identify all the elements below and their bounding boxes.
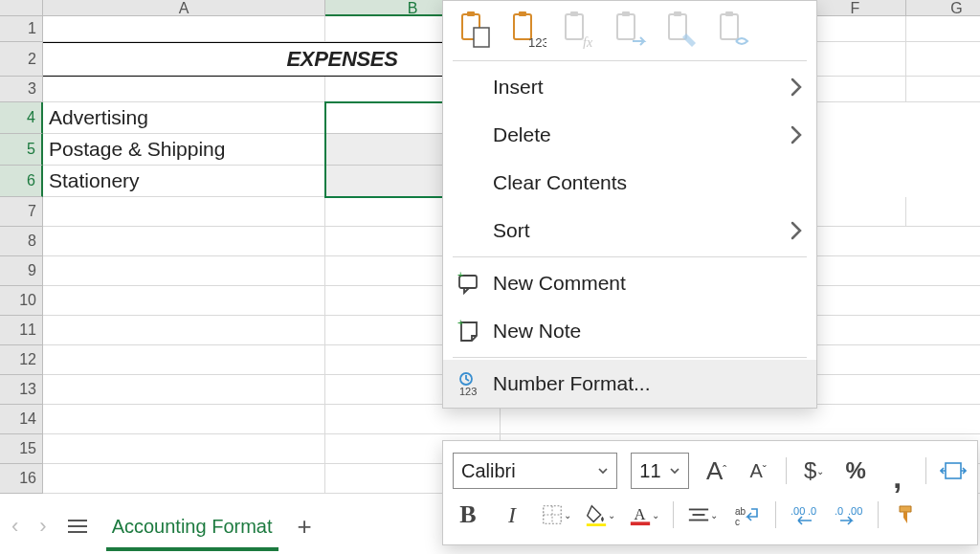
cell-A10[interactable] [43,286,325,316]
sheet-nav-prev[interactable]: ‹ [11,514,18,539]
paste-values-icon[interactable]: 123 [508,9,548,51]
row-header-5[interactable]: 5 [0,134,43,166]
autofit-button[interactable] [939,455,968,486]
svg-rect-4 [519,11,526,16]
cell-A4[interactable]: Advertising [43,102,325,134]
paste-transpose-icon[interactable] [612,9,652,51]
row-header-3[interactable]: 3 [0,77,43,102]
font-size-select[interactable]: 11 [631,453,689,489]
chevron-right-icon [790,77,803,98]
menu-label: Sort [493,219,530,242]
cell-A6[interactable]: Stationery [43,166,325,197]
row14-rest[interactable] [501,405,980,434]
currency-button[interactable]: $⌄ [800,455,829,486]
percent-button[interactable]: % [841,455,870,486]
paste-link-icon[interactable] [715,9,755,51]
menu-item-delete[interactable]: Delete [443,111,816,159]
cell-A12[interactable] [43,345,325,375]
col-header-G[interactable]: G [906,0,980,16]
menu-label: Insert [493,76,544,99]
app-stage: A B F G 1 2 3 4 5 6 7 8 9 10 11 12 13 14… [0,0,980,554]
menu-item-insert[interactable]: Insert [443,63,816,111]
cell-F2[interactable] [805,42,906,77]
separator [925,457,926,484]
font-family-select[interactable]: Calibri [453,453,617,489]
cell-G2[interactable] [906,42,980,77]
menu-separator [453,357,807,358]
menu-item-clear-contents[interactable]: Clear Contents [443,159,816,207]
row-header-13[interactable]: 13 [0,375,43,405]
col-header-A[interactable]: A [43,0,325,16]
row-header-15[interactable]: 15 [0,434,43,464]
cell-G7[interactable] [906,197,980,227]
svg-rect-7 [570,11,578,16]
font-size-value: 11 [639,460,660,482]
menu-item-sort[interactable]: Sort [443,207,816,255]
caret-down-icon: ˇ [763,464,767,477]
cell-A3[interactable] [43,77,325,102]
chevron-down-icon [669,465,680,476]
col-header-F[interactable]: F [805,0,906,16]
row-header-2[interactable]: 2 [0,42,43,77]
comma-style-button[interactable]: , [883,455,912,486]
cell-A9[interactable] [43,256,325,286]
svg-rect-20 [946,463,961,478]
paste-formatting-icon[interactable] [663,9,703,51]
note-icon: + [457,319,481,343]
cell-A16[interactable] [43,464,325,494]
cell-A1[interactable] [43,16,325,42]
cell-A13[interactable] [43,375,325,405]
sheet-list-icon[interactable] [68,519,87,534]
cell-B14[interactable] [325,405,501,434]
cell-A11[interactable] [43,316,325,345]
row-header-4[interactable]: 4 [0,102,43,134]
cell-F1[interactable] [805,16,906,42]
increase-font-button[interactable]: Aˆ [702,455,731,486]
comment-icon: + [457,271,481,296]
cell-F7[interactable] [805,197,906,227]
row-header-10[interactable]: 10 [0,286,43,316]
menu-item-new-comment[interactable]: + New Comment [443,259,816,307]
svg-text:123: 123 [528,35,546,49]
menu-label: New Comment [493,272,626,295]
row-header-16[interactable]: 16 [0,464,43,494]
row-header-6[interactable]: 6 [0,166,43,197]
menu-label: Delete [493,123,551,146]
svg-text:+: + [457,271,463,280]
sheet-tab-accounting-format[interactable]: Accounting Format [108,510,277,543]
cell-F3[interactable] [805,77,906,102]
cell-A8[interactable] [43,227,325,256]
cell-A14[interactable] [43,405,325,434]
menu-item-number-format[interactable]: 123 Number Format... [443,360,816,408]
svg-rect-9 [617,14,635,39]
decrease-font-button[interactable]: Aˇ [744,455,772,486]
sheet-nav-next[interactable]: › [39,514,46,539]
row-header-9[interactable]: 9 [0,256,43,286]
chevron-right-icon [790,220,803,241]
paste-formulas-icon[interactable]: fx [560,9,600,51]
cell-G3[interactable] [906,77,980,102]
chevron-right-icon [790,124,803,145]
row-header-1[interactable]: 1 [0,16,43,42]
row-header-8[interactable]: 8 [0,227,43,256]
chevron-down-icon: ⌄ [816,466,824,476]
cell-A15[interactable] [43,434,325,464]
number-format-icon: 123 [457,371,481,396]
row-header-7[interactable]: 7 [0,197,43,227]
svg-rect-14 [725,11,733,16]
menu-label: Clear Contents [493,171,627,194]
row-header-12[interactable]: 12 [0,345,43,375]
cell-G1[interactable] [906,16,980,42]
context-menu: 123 fx Insert Delete [442,0,817,409]
paste-default-icon[interactable] [457,9,497,51]
cell-A5[interactable]: Postage & Shipping [43,134,325,166]
cell-A7[interactable] [43,197,325,227]
menu-separator [453,256,807,257]
row-header-11[interactable]: 11 [0,316,43,345]
svg-rect-10 [622,11,630,16]
row-header-14[interactable]: 14 [0,405,43,434]
menu-label: Number Format... [493,372,651,395]
add-sheet-button[interactable]: + [298,512,312,542]
menu-item-new-note[interactable]: + New Note [443,307,816,355]
svg-rect-6 [566,14,583,39]
